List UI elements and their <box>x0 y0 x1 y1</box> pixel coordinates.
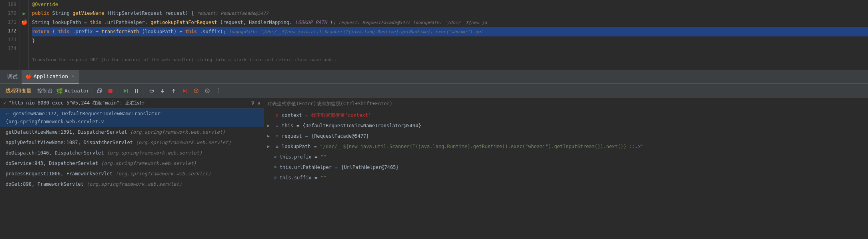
frame-0-label: getDefaultViewName:1391, DispatcherServl… <box>6 129 130 135</box>
line-num-171: 171 <box>3 18 16 26</box>
gutter-row-171: 🍎 <box>20 18 28 26</box>
evaluate-button[interactable] <box>191 86 201 96</box>
toolbar: 线程和变量 控制台 🌿 Actuator <box>0 84 868 98</box>
expand-lookup-icon[interactable]: ▶ <box>267 143 272 151</box>
run-to-cursor-icon[interactable]: ▶ <box>23 10 26 16</box>
line-num-170: 170 <box>3 9 16 18</box>
more-options-button[interactable]: ⋮ <box>213 86 224 96</box>
active-frame-icon: ↩ <box>6 111 8 116</box>
thread-name-label: "http-nio-8080-exec-5"@5,244 在组"main": 正… <box>9 100 249 106</box>
watch-list: ⊗ context = 找不到局部变量'context' ▶ ≡ this = … <box>264 110 868 239</box>
stack-frame-0[interactable]: getDefaultViewName:1391, DispatcherServl… <box>0 127 264 137</box>
debug-tab[interactable]: 调试 <box>3 70 22 84</box>
toolbar-sep-1 <box>92 87 92 95</box>
svg-marker-9 <box>161 91 164 93</box>
stack-frame-2[interactable]: doDispatch:1046, DispatcherServlet (org.… <box>0 148 264 158</box>
watch-item-suffix[interactable]: ∞ this.suffix = "" <box>264 173 868 183</box>
stack-frame-4[interactable]: processRequest:1006, FrameworkServlet (o… <box>0 169 264 179</box>
step-into-button[interactable] <box>157 86 168 96</box>
stop-button[interactable] <box>105 86 116 96</box>
apple-icon: 🍎 <box>21 19 28 25</box>
code-line-169: @Override <box>32 0 868 9</box>
actuator-label-container[interactable]: 🌿 Actuator <box>56 88 90 94</box>
pause-button[interactable] <box>131 86 142 96</box>
field-icon-request: ⊙ <box>274 132 280 140</box>
thread-check-icon: ✓ <box>3 100 6 106</box>
code-content: @Override public String getViewName (Htt… <box>29 0 868 70</box>
svg-rect-1 <box>108 89 112 93</box>
application-tab-icon: 🍎 <box>26 74 32 79</box>
code-line-173: } <box>32 36 868 45</box>
gutter-row-169 <box>20 0 28 9</box>
line-num-172: 172 <box>3 26 16 35</box>
line-num-173: 173 <box>3 35 16 44</box>
svg-rect-3 <box>127 89 128 93</box>
gutter-row-172 <box>20 26 28 35</box>
active-frame-label: getViewName:172, DefaultRequestToViewNam… <box>6 111 160 125</box>
expand-this-icon[interactable]: ▶ <box>267 122 272 130</box>
left-panel: ✓ "http-nio-8080-exec-5"@5,244 在组"main":… <box>0 98 264 239</box>
restore-button[interactable] <box>94 86 104 96</box>
oo-icon-urlpathhelper: ∞ <box>274 163 277 171</box>
more-dots-icon: ⋮ <box>215 87 222 94</box>
stack-frame-5[interactable]: doGet:898, FrameworkServlet (org.springf… <box>0 179 264 189</box>
gutter-row-174 <box>20 44 28 53</box>
frame-3-label: doService:943, DispatcherServlet <box>6 161 101 166</box>
actuator-text: Actuator <box>64 88 90 94</box>
code-line-172: return ( this .prefix + transformPath (l… <box>32 27 868 36</box>
thread-header: ✓ "http-nio-8080-exec-5"@5,244 在组"main":… <box>0 98 264 108</box>
svg-marker-11 <box>172 89 175 90</box>
application-tab-close[interactable]: × <box>72 74 74 79</box>
step-out-button[interactable] <box>168 86 179 96</box>
line-numbers: 169 170 171 172 173 174 <box>0 0 20 70</box>
code-line-scroll-hint: Transform the request URI (to the contex… <box>32 56 868 64</box>
gutter-row-170[interactable]: ▶ <box>20 9 28 18</box>
threads-variables-label[interactable]: 线程和变量 <box>3 87 34 94</box>
field-icon-lookup: ≡ <box>274 143 280 151</box>
line-num-174: 174 <box>3 44 16 53</box>
svg-line-17 <box>206 90 208 92</box>
step-over-button[interactable] <box>146 86 156 96</box>
stack-frame-active[interactable]: ↩ getViewName:172, DefaultRequestToViewN… <box>0 108 264 127</box>
application-tab-label: Application <box>34 73 68 79</box>
run-to-cursor-button[interactable] <box>180 86 190 96</box>
watch-item-urlpathhelper[interactable]: ∞ this.urlPathHelper = {UrlPathHelper@74… <box>264 162 868 173</box>
error-icon: ⊗ <box>274 111 280 119</box>
svg-marker-2 <box>124 89 127 93</box>
watch-item-this[interactable]: ▶ ≡ this = {DefaultRequestToViewNameTran… <box>264 121 868 131</box>
code-line-170: public String getViewName (HttpServletRe… <box>32 9 868 18</box>
svg-marker-6 <box>153 90 154 92</box>
field-icon-this: ≡ <box>274 122 280 130</box>
stack-frame-1[interactable]: applyDefaultViewName:1087, DispatcherSer… <box>0 137 264 148</box>
svg-rect-5 <box>137 89 138 93</box>
watch-item-prefix[interactable]: ∞ this.prefix = "" <box>264 152 868 162</box>
stack-list[interactable]: ↩ getViewName:172, DefaultRequestToViewN… <box>0 108 264 239</box>
resume-button[interactable] <box>120 86 130 96</box>
code-block-wrapper: @Override public String getViewName (Htt… <box>29 0 868 70</box>
expand-request-icon[interactable]: ▶ <box>267 132 272 140</box>
debug-tab-label: 调试 <box>7 73 18 80</box>
filter-icon[interactable]: ⊽ <box>251 100 255 106</box>
frame-2-label: doDispatch:1046, DispatcherServlet <box>6 150 107 156</box>
watch-item-context[interactable]: ⊗ context = 找不到局部变量'context' <box>264 110 868 121</box>
application-tab[interactable]: 🍎 Application × <box>22 70 79 84</box>
actuator-spring-icon: 🌿 <box>56 88 63 94</box>
toolbar-sep-2 <box>118 87 118 95</box>
bottom-panel: 调试 🍎 Application × 线程和变量 控制台 🌿 Actuator <box>0 70 868 239</box>
tab-bar: 调试 🍎 Application × <box>0 70 868 84</box>
main-content: ✓ "http-nio-8080-exec-5"@5,244 在组"main":… <box>0 98 868 239</box>
watch-item-lookuppath[interactable]: ▶ ≡ lookupPath = "/doc/__${new java.util… <box>264 141 868 152</box>
frame-5-label: doGet:898, FrameworkServlet <box>6 181 86 187</box>
gutter-icons: ▶ 🍎 <box>20 0 29 70</box>
frame-1-label: applyDefaultViewName:1087, DispatcherSer… <box>6 140 136 145</box>
console-label[interactable]: 控制台 <box>35 87 55 94</box>
chevron-down-icon[interactable]: ∨ <box>257 100 261 106</box>
code-line-171: String lookupPath = this .urlPathHelper.… <box>32 18 868 27</box>
clear-button[interactable] <box>202 86 212 96</box>
stack-frame-3[interactable]: doService:943, DispatcherServlet (org.sp… <box>0 158 264 169</box>
gutter-row-173 <box>20 35 28 44</box>
code-editor: 169 170 171 172 173 174 ▶ 🍎 @Override pu… <box>0 0 868 70</box>
watch-item-request[interactable]: ▶ ⊙ request = {RequestFacade@5477} <box>264 131 868 141</box>
toolbar-sep-3 <box>144 87 144 95</box>
frame-4-label: processRequest:1006, FrameworkServlet <box>6 171 116 177</box>
